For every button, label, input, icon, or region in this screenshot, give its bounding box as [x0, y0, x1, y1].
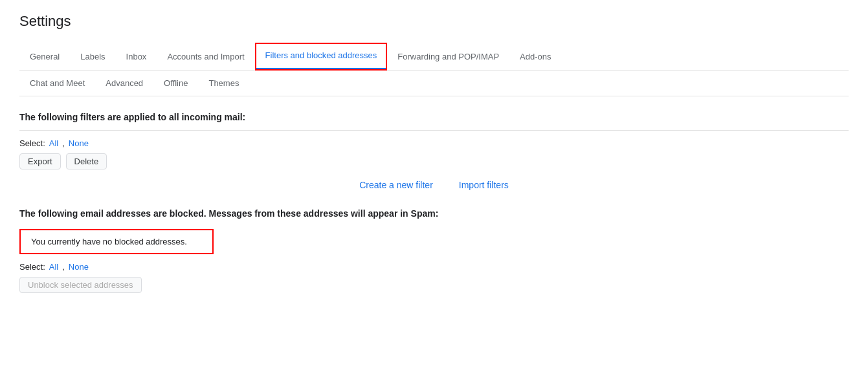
filters-select-all[interactable]: All: [49, 138, 58, 148]
divider1: [19, 130, 849, 131]
tab-forwarding[interactable]: Forwarding and POP/IMAP: [387, 44, 509, 69]
tab-filters[interactable]: Filters and blocked addresses: [255, 43, 388, 70]
filters-select-label: Select:: [19, 138, 45, 148]
delete-button[interactable]: Delete: [66, 153, 107, 169]
blocked-select-label: Select:: [19, 262, 45, 272]
tab-labels[interactable]: Labels: [70, 44, 115, 69]
tab-themes[interactable]: Themes: [198, 71, 249, 96]
tab-advanced[interactable]: Advanced: [95, 71, 153, 96]
tabs-row1: General Labels Inbox Accounts and Import…: [19, 43, 849, 71]
blocked-select-row: Select: All, None: [19, 262, 849, 272]
blocked-section: The following email addresses are blocke…: [19, 208, 849, 293]
tab-offline[interactable]: Offline: [153, 71, 198, 96]
no-blocked-box: You currently have no blocked addresses.: [19, 229, 214, 254]
filters-section: The following filters are applied to all…: [19, 112, 849, 190]
tab-general[interactable]: General: [19, 44, 70, 69]
blocked-select-all[interactable]: All: [49, 262, 58, 272]
no-blocked-message: You currently have no blocked addresses.: [31, 237, 187, 246]
blocked-select-none[interactable]: None: [69, 262, 89, 272]
filters-btn-row: Export Delete: [19, 153, 849, 169]
filter-links-row: Create a new filter Import filters: [19, 180, 849, 190]
tab-inbox[interactable]: Inbox: [116, 44, 157, 69]
tab-chat[interactable]: Chat and Meet: [19, 71, 95, 96]
export-button[interactable]: Export: [19, 153, 61, 169]
blocked-section-title: The following email addresses are blocke…: [19, 208, 849, 219]
blocked-btn-row: Unblock selected addresses: [19, 277, 849, 293]
tab-addons[interactable]: Add-ons: [509, 44, 561, 69]
page-title: Settings: [19, 13, 849, 30]
filters-section-title: The following filters are applied to all…: [19, 112, 849, 122]
filters-select-none[interactable]: None: [69, 138, 89, 148]
import-filters-link[interactable]: Import filters: [459, 180, 509, 190]
unblock-button[interactable]: Unblock selected addresses: [19, 277, 142, 293]
tab-accounts[interactable]: Accounts and Import: [157, 44, 254, 69]
settings-page: Settings General Labels Inbox Accounts a…: [0, 0, 868, 316]
tabs-row2: Chat and Meet Advanced Offline Themes: [19, 71, 849, 96]
filters-select-row: Select: All, None: [19, 138, 849, 148]
create-filter-link[interactable]: Create a new filter: [359, 180, 433, 190]
tab-filters-wrapper: Filters and blocked addresses: [255, 43, 388, 70]
